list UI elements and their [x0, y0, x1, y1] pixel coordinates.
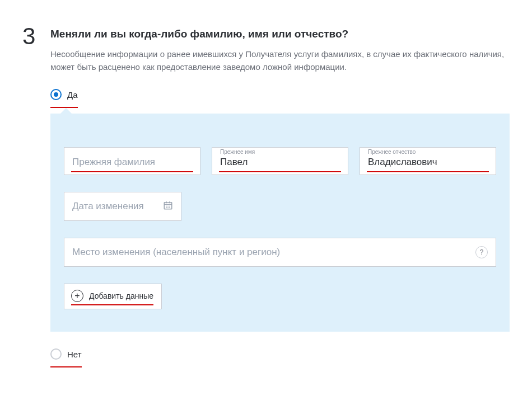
radio-no-label: Нет	[67, 350, 82, 359]
previous-patronymic-float-label: Прежнее отчество	[368, 149, 416, 155]
change-place-field[interactable]: Место изменения (населенный пункт и реги…	[64, 238, 496, 267]
change-date-field[interactable]: Дата изменения	[64, 192, 181, 221]
plus-icon: +	[71, 290, 83, 302]
step-number: 3	[22, 25, 50, 48]
previous-firstname-value: Павел	[220, 157, 340, 168]
previous-surname-placeholder: Прежняя фамилия	[72, 157, 192, 168]
change-place-placeholder: Место изменения (населенный пункт и реги…	[72, 247, 280, 258]
question-description: Несообщение информации о ранее имевшихся…	[50, 48, 510, 73]
previous-patronymic-field[interactable]: Прежнее отчество Владиславович	[360, 147, 496, 175]
previous-patronymic-value: Владиславович	[368, 157, 488, 168]
change-date-placeholder: Дата изменения	[72, 201, 144, 212]
question-title: Меняли ли вы когда-либо фамилию, имя или…	[50, 28, 510, 40]
add-data-label: Добавить данные	[89, 291, 153, 300]
radio-unselected-icon	[50, 348, 62, 360]
previous-firstname-field[interactable]: Прежнее имя Павел	[212, 147, 348, 175]
radio-yes-label: Да	[67, 90, 78, 100]
add-data-button[interactable]: + Добавить данные	[64, 284, 162, 309]
radio-selected-icon	[50, 89, 62, 100]
help-icon[interactable]: ?	[475, 246, 488, 258]
previous-firstname-float-label: Прежнее имя	[220, 149, 255, 155]
name-change-panel: Прежняя фамилия Прежнее имя Павел Прежне…	[50, 114, 510, 332]
radio-yes[interactable]: Да	[50, 89, 78, 100]
radio-no[interactable]: Нет	[50, 348, 82, 360]
previous-surname-field[interactable]: Прежняя фамилия	[64, 147, 200, 175]
calendar-icon	[163, 200, 173, 213]
